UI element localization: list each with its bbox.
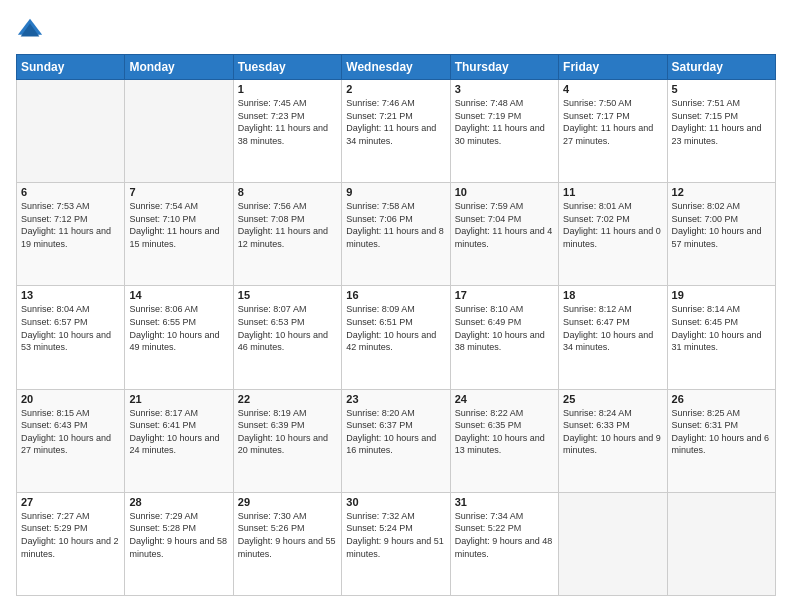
day-info: Sunrise: 8:24 AMSunset: 6:33 PMDaylight:… [563,407,662,457]
calendar-cell: 28Sunrise: 7:29 AMSunset: 5:28 PMDayligh… [125,492,233,595]
day-number: 14 [129,289,228,301]
calendar-cell: 19Sunrise: 8:14 AMSunset: 6:45 PMDayligh… [667,286,775,389]
day-number: 9 [346,186,445,198]
calendar-cell: 11Sunrise: 8:01 AMSunset: 7:02 PMDayligh… [559,183,667,286]
weekday-header-tuesday: Tuesday [233,55,341,80]
day-info: Sunrise: 7:50 AMSunset: 7:17 PMDaylight:… [563,97,662,147]
day-number: 5 [672,83,771,95]
calendar-cell: 16Sunrise: 8:09 AMSunset: 6:51 PMDayligh… [342,286,450,389]
calendar-cell [17,80,125,183]
calendar-cell: 7Sunrise: 7:54 AMSunset: 7:10 PMDaylight… [125,183,233,286]
day-number: 31 [455,496,554,508]
day-number: 13 [21,289,120,301]
day-number: 23 [346,393,445,405]
calendar-cell: 15Sunrise: 8:07 AMSunset: 6:53 PMDayligh… [233,286,341,389]
day-info: Sunrise: 8:10 AMSunset: 6:49 PMDaylight:… [455,303,554,353]
day-info: Sunrise: 8:14 AMSunset: 6:45 PMDaylight:… [672,303,771,353]
weekday-header-saturday: Saturday [667,55,775,80]
calendar-week-2: 13Sunrise: 8:04 AMSunset: 6:57 PMDayligh… [17,286,776,389]
calendar-cell [559,492,667,595]
day-info: Sunrise: 8:12 AMSunset: 6:47 PMDaylight:… [563,303,662,353]
day-number: 30 [346,496,445,508]
day-info: Sunrise: 8:20 AMSunset: 6:37 PMDaylight:… [346,407,445,457]
day-number: 20 [21,393,120,405]
logo [16,16,48,44]
day-info: Sunrise: 7:34 AMSunset: 5:22 PMDaylight:… [455,510,554,560]
day-number: 2 [346,83,445,95]
day-number: 10 [455,186,554,198]
day-number: 8 [238,186,337,198]
day-info: Sunrise: 8:22 AMSunset: 6:35 PMDaylight:… [455,407,554,457]
calendar-cell: 25Sunrise: 8:24 AMSunset: 6:33 PMDayligh… [559,389,667,492]
calendar-week-0: 1Sunrise: 7:45 AMSunset: 7:23 PMDaylight… [17,80,776,183]
calendar-cell: 27Sunrise: 7:27 AMSunset: 5:29 PMDayligh… [17,492,125,595]
day-info: Sunrise: 7:30 AMSunset: 5:26 PMDaylight:… [238,510,337,560]
day-number: 12 [672,186,771,198]
calendar-table: SundayMondayTuesdayWednesdayThursdayFrid… [16,54,776,596]
page: SundayMondayTuesdayWednesdayThursdayFrid… [0,0,792,612]
day-number: 6 [21,186,120,198]
day-number: 16 [346,289,445,301]
day-info: Sunrise: 8:02 AMSunset: 7:00 PMDaylight:… [672,200,771,250]
calendar-cell: 30Sunrise: 7:32 AMSunset: 5:24 PMDayligh… [342,492,450,595]
day-info: Sunrise: 7:56 AMSunset: 7:08 PMDaylight:… [238,200,337,250]
day-info: Sunrise: 8:07 AMSunset: 6:53 PMDaylight:… [238,303,337,353]
day-number: 4 [563,83,662,95]
day-info: Sunrise: 7:59 AMSunset: 7:04 PMDaylight:… [455,200,554,250]
calendar-week-4: 27Sunrise: 7:27 AMSunset: 5:29 PMDayligh… [17,492,776,595]
day-number: 18 [563,289,662,301]
day-info: Sunrise: 7:58 AMSunset: 7:06 PMDaylight:… [346,200,445,250]
day-number: 11 [563,186,662,198]
day-info: Sunrise: 7:54 AMSunset: 7:10 PMDaylight:… [129,200,228,250]
day-number: 26 [672,393,771,405]
calendar-cell: 13Sunrise: 8:04 AMSunset: 6:57 PMDayligh… [17,286,125,389]
day-number: 28 [129,496,228,508]
calendar-cell: 23Sunrise: 8:20 AMSunset: 6:37 PMDayligh… [342,389,450,492]
day-number: 17 [455,289,554,301]
day-number: 25 [563,393,662,405]
header [16,16,776,44]
day-number: 3 [455,83,554,95]
calendar-cell: 22Sunrise: 8:19 AMSunset: 6:39 PMDayligh… [233,389,341,492]
day-number: 24 [455,393,554,405]
day-info: Sunrise: 8:19 AMSunset: 6:39 PMDaylight:… [238,407,337,457]
calendar-cell: 4Sunrise: 7:50 AMSunset: 7:17 PMDaylight… [559,80,667,183]
day-number: 22 [238,393,337,405]
calendar-cell: 31Sunrise: 7:34 AMSunset: 5:22 PMDayligh… [450,492,558,595]
day-info: Sunrise: 7:53 AMSunset: 7:12 PMDaylight:… [21,200,120,250]
day-info: Sunrise: 8:17 AMSunset: 6:41 PMDaylight:… [129,407,228,457]
calendar-cell: 21Sunrise: 8:17 AMSunset: 6:41 PMDayligh… [125,389,233,492]
calendar-header-row: SundayMondayTuesdayWednesdayThursdayFrid… [17,55,776,80]
calendar-cell: 29Sunrise: 7:30 AMSunset: 5:26 PMDayligh… [233,492,341,595]
day-info: Sunrise: 8:25 AMSunset: 6:31 PMDaylight:… [672,407,771,457]
weekday-header-wednesday: Wednesday [342,55,450,80]
day-info: Sunrise: 8:09 AMSunset: 6:51 PMDaylight:… [346,303,445,353]
day-number: 21 [129,393,228,405]
calendar-cell: 1Sunrise: 7:45 AMSunset: 7:23 PMDaylight… [233,80,341,183]
calendar-cell: 24Sunrise: 8:22 AMSunset: 6:35 PMDayligh… [450,389,558,492]
day-info: Sunrise: 8:15 AMSunset: 6:43 PMDaylight:… [21,407,120,457]
calendar-week-3: 20Sunrise: 8:15 AMSunset: 6:43 PMDayligh… [17,389,776,492]
calendar-cell: 20Sunrise: 8:15 AMSunset: 6:43 PMDayligh… [17,389,125,492]
day-number: 27 [21,496,120,508]
logo-icon [16,16,44,44]
day-number: 19 [672,289,771,301]
calendar-cell: 8Sunrise: 7:56 AMSunset: 7:08 PMDaylight… [233,183,341,286]
calendar-cell: 2Sunrise: 7:46 AMSunset: 7:21 PMDaylight… [342,80,450,183]
calendar-cell: 10Sunrise: 7:59 AMSunset: 7:04 PMDayligh… [450,183,558,286]
day-number: 15 [238,289,337,301]
day-info: Sunrise: 8:04 AMSunset: 6:57 PMDaylight:… [21,303,120,353]
day-info: Sunrise: 7:27 AMSunset: 5:29 PMDaylight:… [21,510,120,560]
calendar-week-1: 6Sunrise: 7:53 AMSunset: 7:12 PMDaylight… [17,183,776,286]
day-info: Sunrise: 8:01 AMSunset: 7:02 PMDaylight:… [563,200,662,250]
day-info: Sunrise: 7:46 AMSunset: 7:21 PMDaylight:… [346,97,445,147]
day-info: Sunrise: 7:29 AMSunset: 5:28 PMDaylight:… [129,510,228,560]
calendar-body: 1Sunrise: 7:45 AMSunset: 7:23 PMDaylight… [17,80,776,596]
calendar-cell [667,492,775,595]
calendar-cell: 17Sunrise: 8:10 AMSunset: 6:49 PMDayligh… [450,286,558,389]
weekday-header-sunday: Sunday [17,55,125,80]
calendar-cell: 26Sunrise: 8:25 AMSunset: 6:31 PMDayligh… [667,389,775,492]
weekday-header-monday: Monday [125,55,233,80]
calendar-cell: 3Sunrise: 7:48 AMSunset: 7:19 PMDaylight… [450,80,558,183]
day-info: Sunrise: 7:48 AMSunset: 7:19 PMDaylight:… [455,97,554,147]
